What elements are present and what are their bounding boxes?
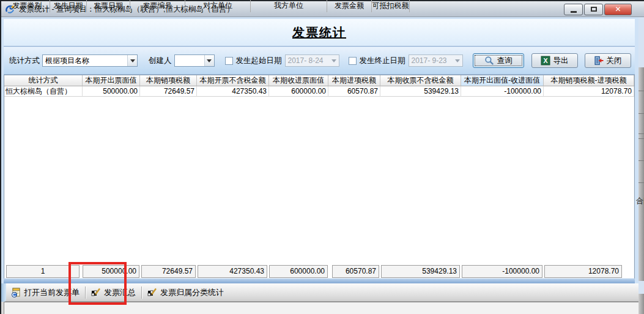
filter-bar: 统计方式 根据项目名称 创建人 发生起始日期 2017- 8-24 发生终止日期… xyxy=(4,47,635,75)
total-cell: 427350.43 xyxy=(198,265,267,278)
invoice-category-stats-label: 发票归属分类统计 xyxy=(160,287,224,298)
grid-header-row: 统计方式 本期开出票面值 本期销项税额 本期开票不含税金额 本期收进票面值 本期… xyxy=(4,75,634,86)
column-header[interactable]: 本期销项税额-进项税额 xyxy=(544,75,634,86)
column-header[interactable]: 本期收进票面值 xyxy=(269,75,328,86)
start-date-value: 2017- 8-24 xyxy=(288,56,324,65)
query-button-label: 查询 xyxy=(497,56,513,66)
chevron-down-icon xyxy=(453,55,462,66)
dock-strip-line xyxy=(638,160,644,161)
right-dock-strip: 合同 xyxy=(638,17,644,314)
query-button[interactable]: 查询 xyxy=(473,53,524,68)
total-cell: -100000.00 xyxy=(462,265,542,278)
export-button-label: 导出 xyxy=(553,56,569,66)
cell-value: 12078.70 xyxy=(544,86,634,97)
end-date-select[interactable]: 2017- 9-23 xyxy=(409,54,463,67)
page-title: 发票统计 xyxy=(292,24,346,41)
creator-label: 创建人 xyxy=(149,56,172,66)
column-header[interactable]: 本期收票不含税金额 xyxy=(380,75,461,86)
invoice-statistics-window: 发票统计 - 查询项目：恒大棕榈岛（联营）;恒大棕榈岛（自营） ✕ 发票统计 统… xyxy=(0,0,644,314)
column-header[interactable]: 发票日期 xyxy=(87,0,130,12)
column-header[interactable]: 发票金额 xyxy=(327,0,372,12)
annotation-rectangle xyxy=(68,262,127,305)
column-header[interactable]: 统计方式 xyxy=(4,75,83,86)
cell-value: -100000.00 xyxy=(461,86,544,97)
column-header[interactable]: 本期开票不含税金额 xyxy=(197,75,269,86)
stat-mode-select[interactable]: 根据项目名称 xyxy=(42,54,138,67)
end-date-value: 2017- 9-23 xyxy=(412,56,447,65)
end-date-checkbox[interactable] xyxy=(349,57,357,65)
table-row[interactable]: 恒大棕榈岛（自营） 500000.00 72649.57 427350.43 6… xyxy=(4,86,634,97)
column-header[interactable]: 对方单位 xyxy=(185,0,251,12)
contract-dock-tab[interactable]: 合同 xyxy=(636,196,644,206)
summary-flag-icon xyxy=(147,288,157,297)
dock-strip-line xyxy=(638,138,644,139)
minimize-icon xyxy=(571,11,577,13)
column-header[interactable]: 本期进项税额 xyxy=(328,75,380,86)
cell-value: 539429.13 xyxy=(380,86,461,97)
end-date-label: 发生终止日期 xyxy=(360,56,405,66)
stat-mode-label: 统计方式 xyxy=(9,56,40,66)
column-header[interactable]: 我方单位 xyxy=(251,0,327,12)
close-button-label: 关闭 xyxy=(607,56,622,66)
invoice-category-stats-button[interactable]: 发票归属分类统计 xyxy=(144,285,228,300)
total-cell: 600000.00 xyxy=(269,265,328,278)
column-header[interactable]: 本期销项税额 xyxy=(140,75,197,86)
column-header[interactable]: 发生日期 xyxy=(50,0,87,12)
start-date-select[interactable]: 2017- 8-24 xyxy=(285,54,339,67)
minimize-button[interactable] xyxy=(564,4,583,15)
toolbar-separator xyxy=(141,286,142,299)
total-cell: 60570.87 xyxy=(332,265,379,278)
excel-icon: X xyxy=(541,56,550,65)
background-window-edge xyxy=(1,283,6,302)
svg-text:X: X xyxy=(543,57,548,64)
creator-select[interactable] xyxy=(174,54,215,67)
export-button[interactable]: X 导出 xyxy=(531,53,578,68)
page-header: 发票统计 xyxy=(4,19,635,47)
cell-value: 72649.57 xyxy=(140,86,197,97)
search-icon xyxy=(484,56,494,65)
dock-strip-body: 合同 xyxy=(638,67,644,281)
start-date-checkbox[interactable] xyxy=(225,57,233,65)
column-header[interactable]: 可抵扣税额 xyxy=(372,0,410,12)
dock-strip-line xyxy=(638,133,644,134)
dock-strip-line xyxy=(638,182,644,183)
column-header[interactable]: 发票编号 xyxy=(130,0,185,12)
column-header[interactable]: 本期开出面值-收进面值 xyxy=(461,75,544,86)
window-controls: ✕ xyxy=(564,4,640,15)
stat-mode-value: 根据项目名称 xyxy=(45,56,89,66)
statistics-grid: 统计方式 本期开出票面值 本期销项税额 本期开票不含税金额 本期收进票面值 本期… xyxy=(4,75,635,279)
maximize-button[interactable] xyxy=(584,4,603,15)
cell-value: 427350.43 xyxy=(197,86,269,97)
cell-value: 600000.00 xyxy=(269,86,328,97)
maximize-icon xyxy=(591,7,597,12)
total-cell: 539429.13 xyxy=(381,265,460,278)
total-cell: 12078.70 xyxy=(544,265,622,278)
dock-strip-line xyxy=(638,91,644,91)
chevron-down-icon[interactable] xyxy=(204,55,214,66)
chevron-down-icon[interactable] xyxy=(127,55,137,66)
column-header[interactable]: 发票类别 xyxy=(5,0,50,12)
close-form-button[interactable]: 关闭 xyxy=(585,53,631,68)
exit-door-icon xyxy=(594,56,604,65)
column-header[interactable]: 本期开出票面值 xyxy=(83,75,140,86)
total-cell: 72649.57 xyxy=(141,265,196,278)
dock-strip-lower xyxy=(638,294,644,314)
open-document-icon xyxy=(11,288,21,297)
cell-value: 60570.87 xyxy=(328,86,380,97)
chevron-down-icon xyxy=(329,55,339,66)
close-button[interactable]: ✕ xyxy=(604,4,632,15)
cell-project-name: 恒大棕榈岛（自营） xyxy=(4,86,83,97)
dock-strip-line xyxy=(638,113,644,114)
start-date-label: 发生起始日期 xyxy=(236,56,282,66)
window-left-edge xyxy=(0,0,1,314)
close-icon: ✕ xyxy=(615,5,621,13)
cell-value: 500000.00 xyxy=(83,86,140,97)
